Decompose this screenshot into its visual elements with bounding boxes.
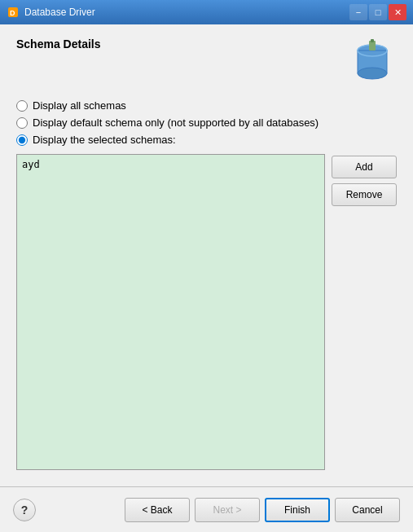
schema-item[interactable]: ayd <box>20 158 321 171</box>
footer-right: < Back Next > Finish Cancel <box>125 498 400 522</box>
radio-item-all[interactable]: Display all schemas <box>16 99 397 112</box>
radio-selected-schemas[interactable] <box>16 134 28 146</box>
schemas-area: ayd Add Remove <box>16 154 397 470</box>
window-title: Database Driver <box>24 7 95 18</box>
remove-button[interactable]: Remove <box>332 183 397 206</box>
schema-buttons: Add Remove <box>332 154 397 470</box>
radio-all-label: Display all schemas <box>33 99 126 112</box>
window-controls: − □ ✕ <box>349 4 406 20</box>
header-row: Schema Details <box>16 37 397 86</box>
database-icon <box>348 37 397 86</box>
title-bar: D Database Driver − □ ✕ <box>0 0 413 24</box>
svg-point-4 <box>358 68 387 79</box>
radio-default-label: Display default schema only (not support… <box>33 117 319 129</box>
main-content: Schema Details Display all schemas Displ… <box>0 24 413 478</box>
back-button[interactable]: < Back <box>125 498 190 522</box>
next-button[interactable]: Next > <box>195 498 260 522</box>
radio-default-schema[interactable] <box>16 117 28 129</box>
radio-item-selected[interactable]: Display the selected schemas: <box>16 134 397 146</box>
radio-group: Display all schemas Display default sche… <box>16 99 397 146</box>
footer: ? < Back Next > Finish Cancel <box>0 487 413 532</box>
maximize-button[interactable]: □ <box>369 4 387 20</box>
add-button[interactable]: Add <box>332 156 397 178</box>
footer-left: ? <box>13 499 36 521</box>
radio-selected-label: Display the selected schemas: <box>33 134 176 146</box>
help-button[interactable]: ? <box>13 499 36 521</box>
section-title: Schema Details <box>16 37 101 51</box>
cancel-button[interactable]: Cancel <box>335 498 400 522</box>
radio-all-schemas[interactable] <box>16 100 28 112</box>
schema-list[interactable]: ayd <box>16 154 325 470</box>
close-button[interactable]: ✕ <box>389 4 406 20</box>
app-icon: D <box>7 6 20 19</box>
minimize-button[interactable]: − <box>349 4 367 20</box>
finish-button[interactable]: Finish <box>265 498 330 522</box>
radio-item-default[interactable]: Display default schema only (not support… <box>16 117 397 129</box>
svg-text:D: D <box>10 9 15 17</box>
svg-rect-7 <box>371 39 374 42</box>
